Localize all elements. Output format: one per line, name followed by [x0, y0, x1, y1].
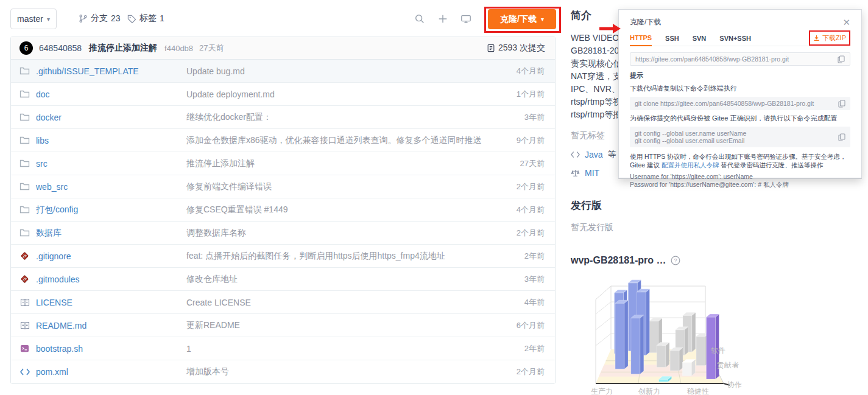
file-commit-message[interactable]: Create LICENSE [186, 298, 488, 307]
folder-icon [19, 204, 30, 215]
file-commit-message[interactable]: 修复前端文件编译错误 [186, 181, 488, 192]
file-commit-message[interactable]: 1 [186, 344, 488, 354]
popup-tab-svn-ssh[interactable]: SVN+SSH [719, 35, 751, 46]
file-commit-message[interactable]: 增加版本号 [186, 366, 488, 377]
file-commit-message[interactable]: 继续优化docker配置： [186, 112, 488, 123]
file-name-link[interactable]: src [36, 159, 48, 169]
tag-icon [127, 14, 136, 23]
file-table-body: .github/ISSUE_TEMPLATEUpdate bug.md4个月前d… [11, 60, 555, 383]
book-icon [19, 297, 30, 307]
branch-selector-label: master [17, 14, 43, 24]
tags-label: 标签 [139, 13, 157, 24]
chart-bar-gray [657, 342, 669, 367]
file-commit-message[interactable]: feat: 点播开始后的截图任务，判断启用https后使用https_fmp4流… [186, 251, 488, 262]
file-commit-message[interactable]: 修复CSEQ重置错误 #1449 [186, 204, 488, 215]
file-name-link[interactable]: bootstrap.sh [36, 344, 83, 354]
tip-download-text: 下载代码请复制以下命令到终端执行 [630, 84, 850, 93]
tags-stat[interactable]: 标签 1 [127, 13, 164, 24]
download-zip-button[interactable]: 下载ZIP [809, 30, 850, 46]
folder-icon [19, 112, 30, 122]
tip-title: 提示 [630, 71, 850, 80]
credentials-example: Username for 'https://gitee.com': userNa… [630, 173, 850, 189]
folder-icon [19, 181, 30, 192]
file-commit-message[interactable]: 调整数据库名称 [186, 228, 488, 239]
no-releases-label: 暂无发行版 [571, 222, 862, 233]
file-commit-time: 27天前 [520, 158, 555, 169]
file-name-link[interactable]: doc [36, 89, 50, 99]
branches-count: 23 [111, 13, 121, 23]
file-name-link[interactable]: libs [36, 136, 49, 145]
repo-toolbar: master ▾ 分支 23 标签 1 克 [10, 7, 556, 32]
file-commit-message[interactable]: Update bug.md [186, 66, 488, 76]
file-commit-message[interactable]: 修改仓库地址 [186, 274, 488, 285]
https-note-post: 替代登录密码进行克隆、推送等操作 [719, 161, 823, 169]
popup-tab-ssh[interactable]: SSH [665, 35, 679, 46]
git-clone-command-box[interactable]: git clone https://gitee.com/pan648540858… [630, 97, 850, 110]
file-name-link[interactable]: 数据库 [36, 228, 62, 239]
commit-author-link[interactable]: 648540858 [39, 43, 82, 53]
file-commit-time: 1个月前 [517, 89, 555, 100]
copy-icon[interactable] [838, 55, 845, 63]
file-name-link[interactable]: .github/ISSUE_TEMPLATE [36, 66, 139, 76]
chart-bar-blue [631, 315, 644, 374]
table-row: .github/ISSUE_TEMPLATEUpdate bug.md4个月前 [11, 60, 555, 83]
file-commit-message[interactable]: 更新README [186, 320, 488, 331]
folder-icon [19, 228, 30, 238]
clone-download-button[interactable]: 克隆/下载 ▾ [488, 9, 556, 29]
popup-tab-svn[interactable]: SVN [693, 35, 707, 46]
code-language-icon [571, 151, 580, 158]
clone-url-value: https://gitee.com/pan648540858/wvp-GB281… [635, 55, 789, 63]
file-commit-time: 2个月前 [517, 366, 555, 377]
file-name-link[interactable]: LICENSE [36, 298, 72, 307]
file-name-link[interactable]: docker [36, 113, 62, 122]
file-name-link[interactable]: pom.xml [36, 367, 68, 377]
close-icon[interactable]: ✕ [842, 18, 850, 27]
branches-label: 分支 [91, 13, 108, 24]
file-commit-time: 4年前 [524, 297, 555, 308]
monitor-icon[interactable] [460, 13, 471, 24]
license-link[interactable]: MIT [585, 168, 599, 178]
table-row: .gitignorefeat: 点播开始后的截图任务，判断启用https后使用h… [11, 245, 555, 268]
file-name-link[interactable]: README.md [36, 321, 86, 330]
file-name-link[interactable]: .gitmodules [36, 274, 80, 284]
help-question-icon[interactable]: ? [671, 256, 680, 265]
clone-url-field[interactable]: https://gitee.com/pan648540858/wvp-GB281… [630, 52, 850, 66]
git-clone-command: git clone https://gitee.com/pan648540858… [635, 100, 814, 108]
commits-count-link[interactable]: 2593 次提交 [487, 43, 545, 54]
file-name-link[interactable]: .gitignore [36, 251, 71, 261]
file-commit-time: 4个月前 [517, 204, 555, 215]
file-commit-message[interactable]: 推流停止添加注解 [186, 158, 488, 169]
download-zip-label: 下载ZIP [822, 33, 846, 43]
copy-icon[interactable] [838, 133, 845, 141]
commits-count-label: 2593 次提交 [498, 43, 545, 54]
commit-time: 27天前 [199, 43, 224, 54]
copy-icon[interactable] [838, 100, 845, 108]
private-token-link[interactable]: 配置并使用私人令牌 [662, 161, 719, 169]
branches-stat[interactable]: 分支 23 [79, 13, 121, 24]
chevron-down-icon: ▾ [541, 16, 544, 23]
table-row: 数据库调整数据库名称2个月前 [11, 222, 555, 245]
popup-tab-https[interactable]: HTTPS [630, 34, 652, 46]
git-config-command-box[interactable]: git config --global user.name userName g… [630, 127, 850, 147]
file-commit-message[interactable]: Update deployment.md [186, 89, 488, 99]
repo-eval-title: wvp-GB28181-pro … [571, 255, 666, 266]
clone-download-popup: 克隆/下载 ✕ HTTPSSSHSVNSVN+SSH 下载ZIP https:/… [618, 9, 862, 179]
commit-short-sha[interactable]: f440db8 [164, 44, 193, 53]
chart-bar-gray [670, 348, 683, 371]
repo-eval-chart: 生产力创新力稳健性软件贡献者协作 [577, 275, 760, 395]
avatar[interactable]: 6 [19, 41, 33, 55]
language-suffix: 等 [608, 149, 616, 160]
file-commit-time: 3年前 [524, 112, 555, 123]
file-commit-time: 6个月前 [517, 320, 555, 331]
chart-x-label: 生产力 [591, 387, 613, 395]
search-icon[interactable] [414, 13, 425, 24]
plus-icon[interactable] [437, 13, 448, 24]
popup-tabs: HTTPSSSHSVNSVN+SSH 下载ZIP [630, 33, 850, 46]
commit-message-link[interactable]: 推流停止添加注解 [89, 43, 157, 54]
file-name-link[interactable]: web_src [36, 182, 68, 192]
branch-selector[interactable]: master ▾ [10, 9, 57, 29]
language-link[interactable]: Java [585, 150, 603, 159]
file-name-link[interactable]: 打包/config [36, 204, 78, 215]
file-commit-message[interactable]: 添加金仓数据库x86驱动，优化兼容接口通道列表查询。修复多个通道同时推送 [186, 135, 488, 146]
license-scale-icon [571, 169, 580, 178]
